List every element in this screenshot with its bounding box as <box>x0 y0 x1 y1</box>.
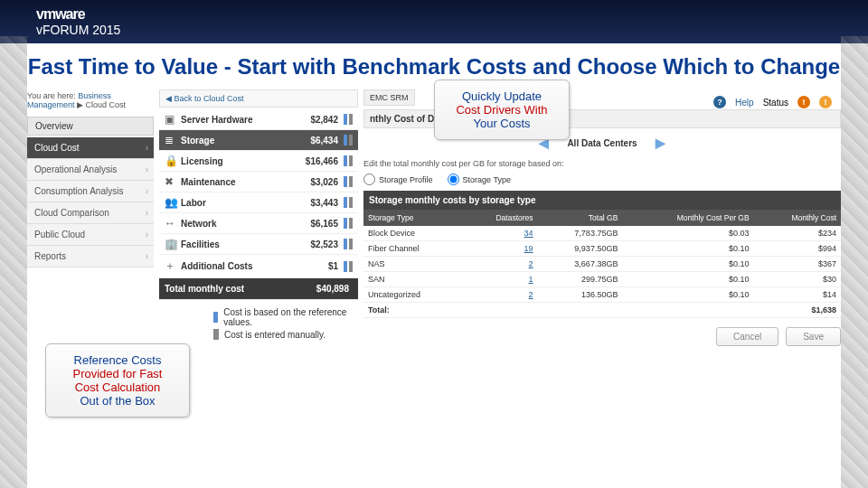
cost-row-labor[interactable]: 👥Labor$3,443 <box>159 192 358 213</box>
cost-drivers-column: ◀ Back to Cloud Cost ▣Server Hardware$2,… <box>159 89 358 346</box>
event-name: vFORUM 2015 <box>36 23 120 37</box>
manual-bar <box>349 176 353 187</box>
sidebar-item-public-cloud[interactable]: Public Cloud› <box>27 224 154 246</box>
table-row: Fiber Channel199,937.50GB$0.10$994 <box>363 241 841 257</box>
sidebar-item-operational-analysis[interactable]: Operational Analysis› <box>27 159 154 181</box>
datastore-link[interactable]: 19 <box>463 241 538 257</box>
table-row: NAS23,667.38GB$0.10$367 <box>363 257 841 272</box>
sidebar-item-cloud-comparison[interactable]: Cloud Comparison› <box>27 202 154 224</box>
legend-ref: Cost is based on the reference values. <box>223 307 358 327</box>
cost-row-additional-costs[interactable]: ＋Additional Costs$1 <box>159 255 358 278</box>
back-link[interactable]: ◀ Back to Cloud Cost <box>159 89 358 108</box>
sidebar-item-cloud-cost[interactable]: Cloud Cost› <box>27 137 154 159</box>
datastore-link[interactable]: 34 <box>463 226 538 241</box>
radio-storage-profile[interactable]: Storage Profile <box>363 174 433 185</box>
cost-icon: 🔒 <box>165 155 181 167</box>
cost-icon: ≣ <box>165 134 181 146</box>
col-4[interactable]: Monthly Cost <box>754 210 841 226</box>
radio-profile-input[interactable] <box>363 174 375 185</box>
cost-icon: 👥 <box>165 196 181 209</box>
manual-bar <box>349 261 353 272</box>
manual-bar <box>349 114 353 125</box>
brand-logo: vmware <box>36 6 120 23</box>
legend: Cost is based on the reference values. C… <box>213 307 358 340</box>
manual-bar <box>349 135 353 145</box>
table-row: Uncategorized2136.50GB$0.10$14 <box>363 287 841 303</box>
cost-icon: ↔ <box>165 217 181 230</box>
cost-row-storage[interactable]: ≣Storage$6,434 <box>159 130 358 151</box>
manual-bar <box>349 155 353 166</box>
total-row: Total monthly cost $40,898 <box>159 278 358 300</box>
dc-next-icon[interactable]: ▶ <box>656 136 665 150</box>
table-title: Storage monthly costs by storage type <box>363 191 841 210</box>
total-label: Total monthly cost <box>165 284 316 294</box>
sidebar-item-reports[interactable]: Reports› <box>27 246 154 267</box>
srm-badge: EMC SRM <box>363 89 415 106</box>
save-button[interactable]: Save <box>786 327 841 346</box>
cost-row-facilities[interactable]: 🏢Facilities$2,523 <box>159 234 358 255</box>
ref-bar <box>344 239 347 249</box>
cost-icon: 🏢 <box>165 238 181 250</box>
breadcrumb-prefix: You are here: <box>27 91 76 100</box>
col-0[interactable]: Storage Type <box>363 210 463 226</box>
cost-row-server-hardware[interactable]: ▣Server Hardware$2,842 <box>159 109 358 130</box>
manual-bar <box>349 239 353 249</box>
datastore-link[interactable]: 2 <box>463 257 538 272</box>
datastore-link[interactable]: 1 <box>463 272 538 287</box>
radio-type-input[interactable] <box>448 174 459 185</box>
cancel-button[interactable]: Cancel <box>716 327 778 346</box>
col-1[interactable]: Datastores <box>463 210 538 226</box>
ref-bar <box>344 197 347 208</box>
total-value: $40,898 <box>316 284 349 294</box>
cost-icon: ▣ <box>165 113 181 126</box>
table-row: SAN1299.75GB$0.10$30 <box>363 272 841 287</box>
sidebar: You are here: Business Management ▶ Clou… <box>27 89 154 346</box>
ref-bar <box>344 176 347 187</box>
datacenter-name: All Data Centers <box>567 138 637 148</box>
legend-manual: Cost is entered manually. <box>224 330 326 340</box>
cost-row-licensing[interactable]: 🔒Licensing$16,466 <box>159 151 358 172</box>
manual-bar <box>349 218 353 229</box>
radio-group: Storage Profile Storage Type <box>363 174 841 185</box>
breadcrumb-current: Cloud Cost <box>86 100 127 109</box>
ref-bar <box>344 114 347 125</box>
decor-rocks-right <box>841 36 868 488</box>
cost-row-maintenance[interactable]: ✖Maintenance$3,026 <box>159 172 358 192</box>
manual-bar <box>349 197 353 208</box>
decor-rocks-left <box>0 36 27 488</box>
ref-bar <box>344 218 347 229</box>
ref-bar <box>344 135 347 145</box>
slide-title: Fast Time to Value - Start with Benchmar… <box>27 52 841 80</box>
cost-icon: ✖ <box>165 175 181 188</box>
cost-row-network[interactable]: ↔Network$6,165 <box>159 213 358 234</box>
sidebar-item-consumption-analysis[interactable]: Consumption Analysis› <box>27 181 154 202</box>
edit-instruction: Edit the total monthly cost per GB for s… <box>363 159 841 168</box>
cost-icon: ＋ <box>165 258 181 274</box>
legend-swatch-ref <box>213 312 218 323</box>
nav-overview[interactable]: Overview <box>27 117 154 136</box>
col-2[interactable]: Total GB <box>538 210 623 226</box>
legend-swatch-manual <box>213 329 219 340</box>
event-banner: vmware vFORUM 2015 <box>0 0 868 43</box>
ref-bar <box>344 261 347 272</box>
callout-top: Quickly Update Cost Drivers With Your Co… <box>434 80 570 140</box>
radio-storage-type[interactable]: Storage Type <box>448 174 511 185</box>
breadcrumb: You are here: Business Management ▶ Clou… <box>27 89 154 111</box>
ref-bar <box>344 155 347 166</box>
col-3[interactable]: Monthly Cost Per GB <box>622 210 753 226</box>
table-row: Block Device347,783.75GB$0.03$234 <box>363 226 841 241</box>
datastore-link[interactable]: 2 <box>463 287 538 303</box>
storage-table: Storage TypeDatastoresTotal GBMonthly Co… <box>363 210 841 318</box>
callout-bottom: Reference Costs Provided for Fast Cost C… <box>45 343 190 418</box>
